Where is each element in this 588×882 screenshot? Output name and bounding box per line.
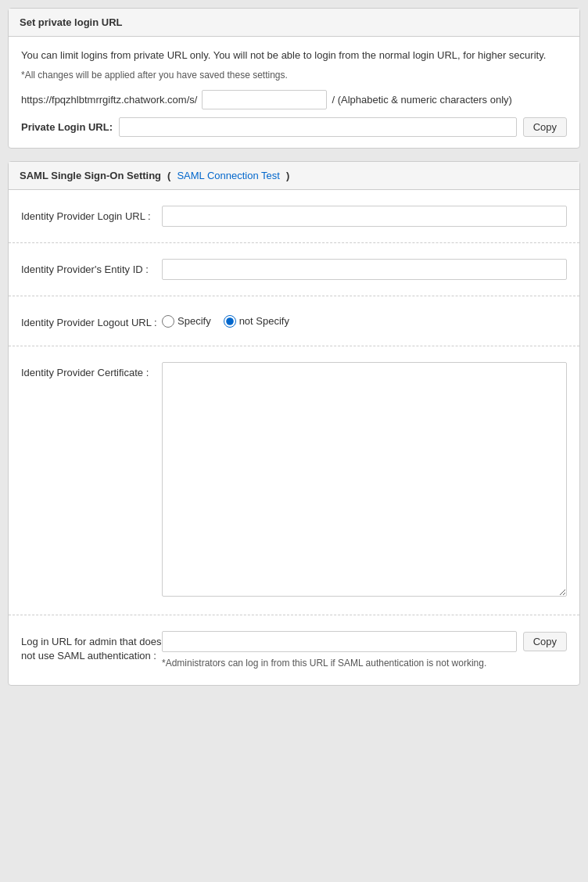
idp-login-url-control	[162, 206, 567, 227]
admin-login-input-row: Copy	[162, 631, 567, 652]
idp-login-url-label: Identity Provider Login URL :	[21, 206, 162, 224]
logout-url-radio-group: Specify not Specify	[162, 312, 567, 328]
private-login-card: Set private login URL You can limit logi…	[8, 8, 580, 149]
specify-radio[interactable]	[162, 315, 174, 328]
idp-logout-url-row: Identity Provider Logout URL : Specify n…	[9, 296, 579, 346]
saml-test-link-close: )	[286, 170, 289, 181]
idp-logout-url-control: Specify not Specify	[162, 312, 567, 328]
private-login-note: *All changes will be applied after you h…	[21, 70, 567, 81]
admin-login-label: Log in URL for admin that does not use S…	[21, 631, 162, 663]
url-input-row: https://fpqzhlbtmrrgiftz.chatwork.com/s/…	[21, 90, 567, 109]
idp-cert-textarea[interactable]	[162, 362, 567, 597]
url-suffix: / (Alphabetic & numeric characters only)	[332, 94, 511, 106]
private-login-title: Set private login URL	[20, 16, 122, 28]
private-login-label: Private Login URL:	[21, 121, 113, 133]
idp-cert-control	[162, 362, 567, 599]
idp-login-url-input[interactable]	[162, 206, 567, 227]
admin-login-note: *Administrators can log in from this URL…	[162, 657, 567, 670]
idp-login-url-row: Identity Provider Login URL :	[9, 190, 579, 243]
private-login-copy-button[interactable]: Copy	[523, 117, 567, 137]
specify-option[interactable]: Specify	[162, 315, 211, 328]
not-specify-label: not Specify	[239, 315, 289, 327]
idp-logout-url-label: Identity Provider Logout URL :	[21, 312, 162, 330]
private-login-input[interactable]	[119, 117, 517, 137]
saml-card: SAML Single Sign-On Setting (SAML Connec…	[8, 161, 580, 687]
admin-login-row: Log in URL for admin that does not use S…	[9, 615, 579, 686]
idp-cert-row: Identity Provider Certificate :	[9, 346, 579, 615]
admin-login-control: Copy *Administrators can log in from thi…	[162, 631, 567, 670]
idp-cert-label: Identity Provider Certificate :	[21, 362, 162, 380]
not-specify-option[interactable]: not Specify	[224, 315, 289, 328]
idp-entity-id-row: Identity Provider's Entity ID :	[9, 243, 579, 296]
private-login-info: You can limit logins from private URL on…	[21, 48, 567, 63]
idp-entity-id-input[interactable]	[162, 259, 567, 280]
saml-header: SAML Single Sign-On Setting (SAML Connec…	[9, 162, 579, 190]
url-prefix: https://fpqzhlbtmrrgiftz.chatwork.com/s/	[21, 94, 197, 106]
admin-login-copy-button[interactable]: Copy	[523, 632, 567, 651]
not-specify-radio[interactable]	[224, 315, 236, 328]
url-slug-input[interactable]	[202, 90, 327, 109]
saml-test-link-parens: (	[167, 170, 170, 181]
idp-entity-id-label: Identity Provider's Entity ID :	[21, 259, 162, 277]
private-login-row: Private Login URL: Copy	[21, 117, 567, 137]
saml-test-link[interactable]: SAML Connection Test	[177, 170, 280, 181]
private-login-header: Set private login URL	[9, 9, 579, 37]
admin-login-url-input[interactable]	[162, 631, 517, 652]
saml-title: SAML Single Sign-On Setting	[20, 170, 161, 181]
idp-entity-id-control	[162, 259, 567, 280]
private-login-body: You can limit logins from private URL on…	[9, 37, 579, 148]
specify-label: Specify	[177, 315, 211, 327]
